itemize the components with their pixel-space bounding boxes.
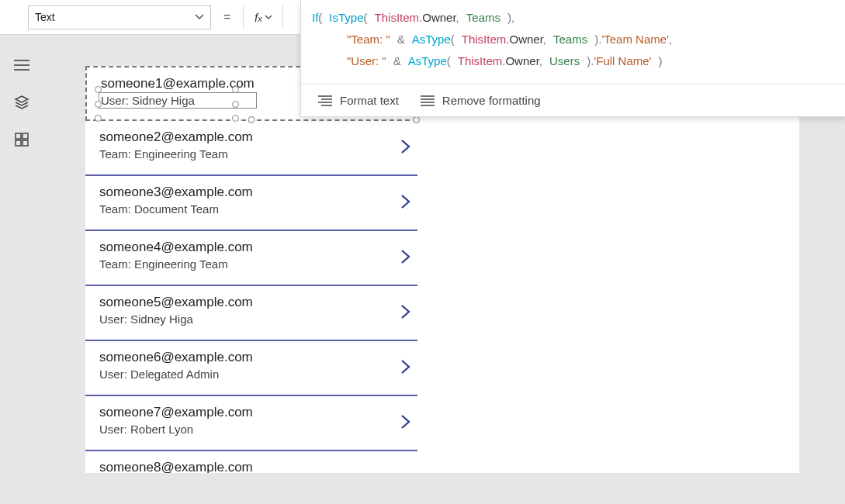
row-title: someone6@example.com: [99, 350, 253, 365]
svg-rect-7: [23, 140, 28, 146]
property-dropdown-value: Text: [35, 11, 55, 23]
chevron-down-icon: [195, 14, 204, 20]
row-title: someone2@example.com: [99, 129, 253, 145]
formula-panel: If( IsType( ThisItem.Owner, Teams ), "Te…: [300, 0, 845, 117]
row-selection-handle[interactable]: [413, 116, 420, 123]
row-subtitle: Team: Engineering Team: [99, 257, 253, 271]
gallery-row[interactable]: someone7@example.comUser: Robert Lyon: [85, 396, 417, 451]
gallery-row[interactable]: someone2@example.comTeam: Engineering Te…: [85, 121, 417, 176]
selection-handle[interactable]: [232, 86, 239, 93]
formula-toolbar: Format text Remove formatting: [301, 84, 845, 116]
chevron-right-icon: [399, 246, 413, 268]
row-chevron[interactable]: [399, 246, 413, 271]
layers-icon[interactable]: [13, 94, 30, 111]
equals-label: =: [223, 10, 230, 24]
svg-rect-5: [23, 133, 28, 139]
property-dropdown[interactable]: Text: [28, 5, 211, 29]
row-selection-handle[interactable]: [248, 116, 255, 123]
chevron-right-icon: [399, 301, 413, 323]
row-subtitle[interactable]: User: Sidney Higa: [101, 94, 255, 107]
row-chevron[interactable]: [399, 356, 413, 381]
remove-formatting-label: Remove formatting: [442, 94, 541, 107]
chevron-right-icon: [399, 136, 413, 157]
chevron-right-icon: [399, 411, 413, 433]
row-title: someone8@example.com: [99, 460, 253, 473]
row-subtitle: Team: Document Team: [99, 202, 253, 216]
components-icon[interactable]: [13, 131, 30, 148]
row-chevron[interactable]: [399, 136, 413, 161]
gallery-row[interactable]: someone3@example.comTeam: Document Team: [85, 176, 417, 231]
row-subtitle: User: Robert Lyon: [99, 423, 253, 436]
hamburger-icon[interactable]: [13, 57, 30, 74]
chevron-down-icon: [265, 15, 272, 20]
row-title: someone4@example.com: [99, 240, 253, 255]
nav-rail: [0, 35, 43, 504]
selection-handle[interactable]: [95, 101, 102, 108]
app-screen: someone1@example.comUser: Sidney Higasom…: [85, 66, 799, 473]
selection-handle[interactable]: [95, 86, 102, 93]
gallery-row[interactable]: someone4@example.comTeam: Engineering Te…: [85, 231, 417, 286]
chevron-right-icon: [399, 356, 413, 378]
remove-formatting-button[interactable]: Remove formatting: [421, 94, 541, 107]
formula-editor[interactable]: If( IsType( ThisItem.Owner, Teams ), "Te…: [301, 0, 845, 84]
chevron-right-icon: [399, 191, 413, 212]
svg-marker-3: [16, 96, 28, 102]
svg-rect-4: [16, 133, 21, 139]
format-text-label: Format text: [340, 94, 399, 107]
row-subtitle: User: Delegated Admin: [99, 368, 253, 381]
gallery-row[interactable]: someone6@example.comUser: Delegated Admi…: [85, 341, 417, 396]
gallery-row[interactable]: someone5@example.comUser: Sidney Higa: [85, 286, 417, 341]
fx-label: fx: [255, 11, 262, 24]
row-chevron[interactable]: [399, 411, 413, 436]
row-chevron[interactable]: [399, 301, 413, 326]
row-title: someone7@example.com: [99, 405, 253, 420]
gallery[interactable]: someone1@example.comUser: Sidney Higasom…: [85, 66, 417, 473]
row-subtitle: Team: Engineering Team: [99, 147, 253, 161]
fx-dropdown[interactable]: fx: [243, 5, 283, 29]
row-title: someone3@example.com: [99, 185, 253, 200]
selection-handle[interactable]: [232, 115, 239, 122]
selection-handle[interactable]: [95, 115, 102, 122]
row-subtitle: User: Sidney Higa: [99, 312, 253, 326]
row-title: someone5@example.com: [99, 295, 253, 310]
format-text-button[interactable]: Format text: [318, 94, 399, 107]
row-chevron[interactable]: [399, 191, 413, 216]
svg-rect-6: [16, 140, 21, 146]
gallery-row[interactable]: someone8@example.com: [85, 451, 417, 473]
selection-handle[interactable]: [232, 101, 239, 108]
